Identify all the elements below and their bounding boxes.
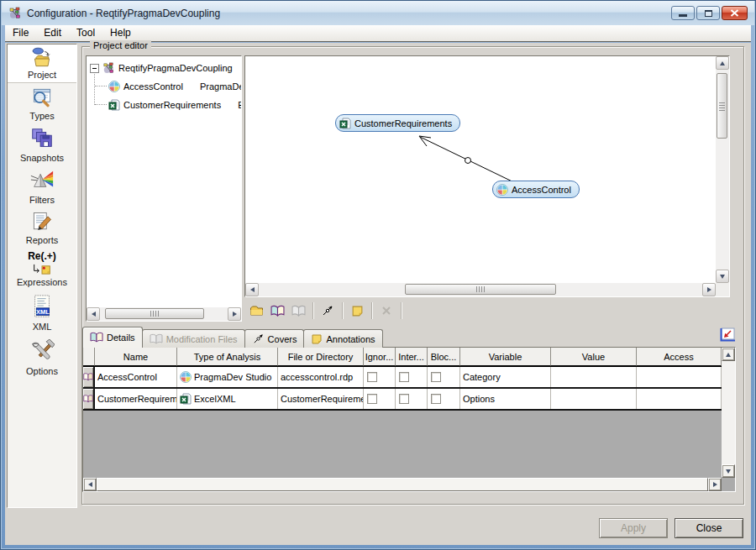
delete-x-icon [381, 305, 392, 317]
tree-expander-icon[interactable] [90, 64, 99, 73]
excel-document-icon [180, 393, 192, 405]
cell-variable[interactable]: Options [460, 389, 551, 409]
scroll-left-button[interactable] [245, 283, 259, 296]
table-row[interactable]: AccessControl PragmaDev Studio accesscon… [83, 367, 722, 389]
sidebar: Project Types [7, 44, 77, 508]
cell-name[interactable]: AccessControl [95, 367, 177, 387]
tab-covers[interactable]: Covers [244, 329, 305, 348]
tab-label: Annotations [326, 334, 375, 344]
modification-file-button[interactable] [289, 301, 307, 320]
row-header-button[interactable] [83, 389, 95, 409]
intermediate-checkbox[interactable] [399, 394, 409, 404]
diagram-canvas[interactable]: CustomerRequirements AccessControl [245, 56, 716, 283]
minimize-button[interactable] [671, 6, 695, 20]
column-header-file-or-directory[interactable]: File or Directory [278, 348, 364, 366]
cell-name[interactable]: CustomerRequiremer [95, 389, 177, 409]
column-header-value[interactable]: Value [551, 348, 637, 366]
cell-variable[interactable]: Category [460, 367, 551, 387]
add-annotation-button[interactable] [348, 301, 366, 320]
table-horizontal-scrollbar[interactable] [83, 478, 722, 491]
apply-button[interactable]: Apply [599, 518, 668, 538]
cell-file-or-directory[interactable]: CustomerRequiremer [278, 389, 364, 409]
scroll-thumb[interactable] [97, 478, 708, 491]
scroll-right-button[interactable] [708, 478, 722, 491]
add-document-button[interactable] [268, 301, 286, 320]
delete-button[interactable] [377, 301, 396, 320]
column-header-type-of-analysis[interactable]: Type of Analysis [177, 348, 278, 366]
footer-close-button[interactable]: Close [675, 518, 743, 538]
tree-root-row[interactable]: ReqtifyPragmaDevCoupling [90, 60, 233, 76]
sidebar-item-reports[interactable]: Reports [8, 207, 76, 248]
project-icon [29, 47, 55, 68]
title-bar[interactable]: Configuration - ReqtifyPragmaDevCoupling [2, 1, 754, 25]
scroll-up-button[interactable] [722, 348, 735, 361]
menu-item-edit[interactable]: Edit [36, 25, 69, 42]
open-folder-button[interactable] [247, 301, 265, 320]
scroll-up-button[interactable] [716, 56, 729, 70]
row-header-button[interactable] [83, 367, 95, 387]
scroll-left-button[interactable] [87, 307, 100, 321]
cell-value[interactable] [551, 367, 637, 387]
cell-access[interactable] [637, 367, 722, 387]
scroll-left-button[interactable] [83, 478, 97, 491]
ignore-checkbox[interactable] [367, 394, 377, 404]
cell-ignore [364, 367, 396, 387]
maximize-button[interactable] [696, 6, 720, 20]
sidebar-item-snapshots[interactable]: Snapshots [8, 123, 76, 165]
sidebar-item-label: Project [28, 70, 56, 80]
tree-item-accesscontrol[interactable]: AccessControl PragmaDev S [108, 78, 242, 95]
node-accesscontrol[interactable]: AccessControl [492, 181, 580, 198]
cell-access[interactable] [637, 389, 722, 409]
sidebar-item-expressions[interactable]: Re(.+) Expressions [8, 248, 76, 290]
sidebar-item-types[interactable]: Types [8, 83, 76, 123]
menu-item-help[interactable]: Help [102, 25, 139, 42]
column-header-name[interactable]: Name [95, 348, 177, 366]
cell-type-of-analysis[interactable]: PragmaDev Studio [177, 367, 278, 387]
blocking-checkbox[interactable] [431, 394, 441, 404]
scroll-right-button[interactable] [702, 283, 716, 296]
cell-value[interactable] [551, 389, 637, 409]
scroll-down-button[interactable] [722, 464, 735, 478]
scroll-down-button[interactable] [716, 270, 729, 283]
tab-annotations[interactable]: Annotations [303, 329, 382, 348]
collapse-panel-button[interactable] [718, 327, 736, 343]
sidebar-item-xml[interactable]: XML XML [8, 290, 76, 335]
blocking-checkbox[interactable] [431, 372, 441, 382]
column-header-blocking[interactable]: Bloc... [428, 348, 460, 366]
intermediate-checkbox[interactable] [399, 372, 409, 382]
scroll-thumb[interactable] [405, 284, 556, 295]
scroll-right-button[interactable] [228, 307, 241, 321]
menu-item-tool[interactable]: Tool [69, 25, 102, 42]
diagram-vertical-scrollbar[interactable] [716, 56, 729, 283]
sidebar-item-label: Types [29, 111, 54, 121]
scroll-thumb[interactable] [717, 73, 727, 139]
open-book-gray-icon [150, 333, 163, 345]
ignore-checkbox[interactable] [367, 372, 377, 382]
column-header-variable[interactable]: Variable [460, 348, 551, 366]
table-row[interactable]: CustomerRequiremer ExcelXML CustomerRequ… [83, 389, 722, 411]
menu-item-file[interactable]: File [5, 25, 36, 42]
node-customerrequirements[interactable]: CustomerRequirements [335, 114, 460, 132]
column-header-ignore[interactable]: Ignor... [364, 348, 396, 366]
column-header-intermediate[interactable]: Inter... [396, 348, 428, 366]
sidebar-item-filters[interactable]: Filters [8, 165, 76, 207]
scrollbar-corner [716, 283, 729, 296]
column-header-access[interactable]: Access [637, 348, 722, 366]
tab-details[interactable]: Details [82, 327, 143, 348]
sidebar-item-project[interactable]: Project [8, 45, 76, 83]
add-cover-button[interactable] [318, 301, 337, 320]
tree-horizontal-scrollbar[interactable] [87, 307, 241, 321]
diagram-horizontal-scrollbar[interactable] [245, 283, 716, 296]
scroll-thumb[interactable] [105, 308, 204, 319]
sidebar-item-options[interactable]: Options [8, 335, 76, 380]
scroll-down-icon [726, 469, 731, 474]
xml-icon: XML [29, 293, 55, 320]
tab-modification-files[interactable]: Modification Files [142, 329, 245, 348]
cell-file-or-directory[interactable]: accesscontrol.rdp [278, 367, 364, 387]
cell-type-of-analysis[interactable]: ExcelXML [177, 389, 278, 409]
open-book-icon [83, 372, 93, 382]
project-tree-panel[interactable]: ReqtifyPragmaDevCoupling AccessControl P… [86, 55, 242, 322]
tree-item-customerrequirements[interactable]: CustomerRequirements Exce [108, 97, 242, 113]
table-vertical-scrollbar[interactable] [722, 348, 735, 478]
close-button[interactable] [722, 6, 748, 20]
